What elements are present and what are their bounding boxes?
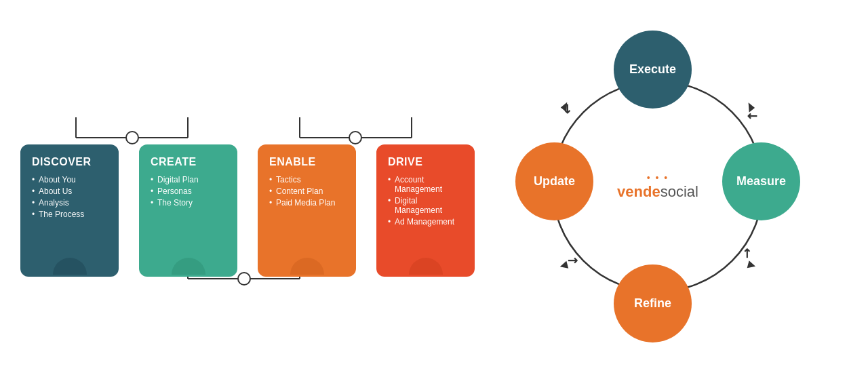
- create-title: CREATE: [151, 156, 226, 168]
- svg-text:↙: ↙: [744, 108, 761, 125]
- card-discover[interactable]: DISCOVER About You About Us Analysis The…: [20, 144, 119, 277]
- logo-text: vendesocial: [617, 183, 698, 201]
- circle-execute[interactable]: Execute: [614, 31, 692, 109]
- circle-refine[interactable]: Refine: [614, 264, 692, 342]
- svg-text:↙: ↙: [559, 100, 576, 117]
- create-item-1: Digital Plan: [151, 175, 226, 184]
- enable-item-3: Paid Media Plan: [269, 198, 344, 208]
- cycle-section: ↙ ↗ ↗ ↙ Execute: [515, 24, 800, 349]
- create-item-2: Personas: [151, 186, 226, 196]
- drive-item-1: Account Management: [388, 175, 463, 194]
- drive-item-3: Ad Management: [388, 217, 463, 227]
- update-label: Update: [534, 174, 575, 189]
- enable-items: Tactics Content Plan Paid Media Plan: [269, 175, 344, 210]
- circle-update[interactable]: Update: [515, 142, 593, 220]
- discover-item-1: About You: [32, 175, 107, 184]
- discover-item-2: About Us: [32, 186, 107, 196]
- svg-point-3: [126, 132, 138, 144]
- cards-row: DISCOVER About You About Us Analysis The…: [20, 144, 475, 277]
- process-flow: DISCOVER About You About Us Analysis The…: [20, 111, 475, 277]
- svg-text:↗: ↗: [564, 252, 581, 269]
- create-item-3: The Story: [151, 198, 226, 208]
- enable-item-2: Content Plan: [269, 186, 344, 196]
- drive-arch: [409, 258, 443, 275]
- svg-marker-17: [745, 102, 755, 113]
- discover-item-4: The Process: [32, 210, 107, 219]
- drive-item-2: Digital Management: [388, 196, 463, 215]
- create-items: Digital Plan Personas The Story: [151, 175, 226, 210]
- discover-title: DISCOVER: [32, 156, 107, 168]
- logo-brand: vende: [617, 183, 660, 200]
- svg-marker-19: [560, 260, 571, 271]
- svg-text:↗: ↗: [738, 245, 755, 262]
- enable-title: ENABLE: [269, 156, 344, 168]
- discover-item-3: Analysis: [32, 198, 107, 208]
- circle-measure[interactable]: Measure: [722, 142, 800, 220]
- drive-items: Account Management Digital Management Ad…: [388, 175, 463, 229]
- cycle-wrapper: ↙ ↗ ↗ ↙ Execute: [515, 24, 800, 349]
- refine-label: Refine: [634, 296, 671, 311]
- card-enable[interactable]: ENABLE Tactics Content Plan Paid Media P…: [258, 144, 356, 277]
- discover-items: About You About Us Analysis The Process: [32, 175, 107, 221]
- measure-label: Measure: [736, 174, 786, 189]
- enable-item-1: Tactics: [269, 175, 344, 184]
- enable-arch: [290, 258, 324, 275]
- execute-label: Execute: [629, 62, 676, 77]
- svg-point-11: [349, 132, 361, 144]
- svg-marker-18: [745, 259, 755, 270]
- svg-marker-20: [560, 102, 571, 113]
- logo-center: • • • vendesocial: [617, 172, 698, 201]
- logo-dots: • • •: [617, 172, 698, 183]
- logo-product: social: [660, 183, 698, 200]
- discover-arch: [53, 258, 87, 275]
- create-arch: [172, 258, 205, 275]
- card-create[interactable]: CREATE Digital Plan Personas The Story: [139, 144, 237, 277]
- main-container: DISCOVER About You About Us Analysis The…: [0, 0, 868, 373]
- card-drive[interactable]: DRIVE Account Management Digital Managem…: [376, 144, 475, 277]
- drive-title: DRIVE: [388, 156, 463, 168]
